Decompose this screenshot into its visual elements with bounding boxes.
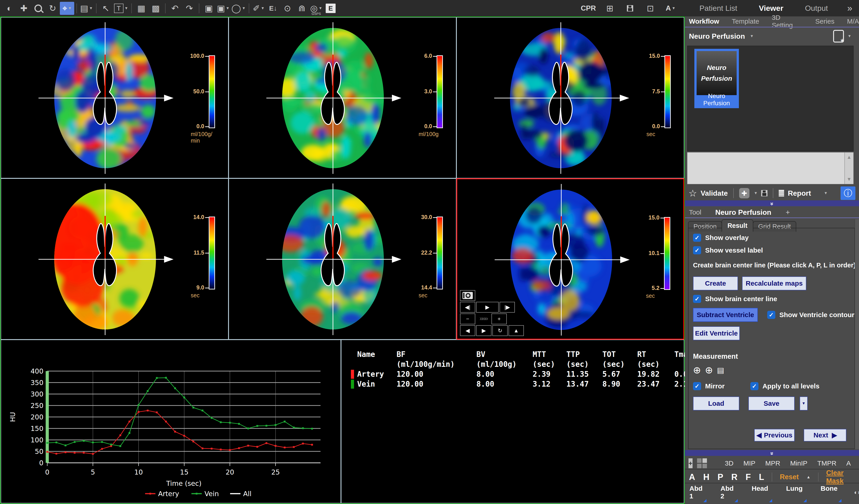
layout-grid-tool[interactable]: ▦ xyxy=(134,2,149,15)
save-layout-tool[interactable] xyxy=(623,2,637,15)
load-button[interactable]: Load xyxy=(693,397,739,410)
previous-button[interactable]: ◀| Previous xyxy=(754,429,795,442)
orientation-f[interactable]: F xyxy=(745,472,751,482)
step-back-button[interactable]: ◀| xyxy=(460,302,475,312)
next-button[interactable]: Next |▶ xyxy=(804,429,846,442)
perfusion-map-ttp[interactable]: 14.011.59.0sec xyxy=(1,178,228,340)
snapshot-button[interactable] xyxy=(460,290,475,301)
next-frame-button[interactable]: ▶ xyxy=(476,325,492,336)
clear-mask-button[interactable]: Clear Mask xyxy=(826,469,859,485)
roi-hex-plus-icon[interactable]: ⊕ xyxy=(693,365,701,376)
render-mode-mip[interactable]: MIP xyxy=(743,459,755,467)
render-mode-3d[interactable]: 3D xyxy=(725,459,734,467)
redo-tool[interactable]: ↷ xyxy=(182,2,197,15)
workflow-select[interactable]: Neuro Perfusion ▼ xyxy=(689,30,754,42)
add-icon[interactable]: ✚ xyxy=(739,188,750,198)
lung-tool[interactable]: ⋒ xyxy=(295,2,309,15)
tab-series[interactable]: Series xyxy=(815,17,834,25)
cpr-tool[interactable]: CPR xyxy=(580,2,597,15)
checkbox-show-overlay[interactable]: ✓ xyxy=(693,234,701,242)
nav-viewer[interactable]: Viewer xyxy=(759,4,783,13)
add-tool-tab-button[interactable]: + xyxy=(786,208,790,217)
preset-lung[interactable]: Lung xyxy=(786,485,806,500)
orientation-h[interactable]: H xyxy=(703,472,709,482)
description-scrollbar[interactable]: ▲ ▼ xyxy=(844,152,854,184)
info-button[interactable]: ⓘ xyxy=(841,186,855,200)
chevron-down-icon[interactable]: ▼ xyxy=(847,34,852,39)
perfusion-map-mtt[interactable]: 15.07.50.0sec xyxy=(456,17,684,178)
rotate-tool[interactable]: ↻ xyxy=(45,2,60,15)
perfusion-map-bf[interactable]: 100.050.00.0ml/100g/ min xyxy=(1,17,228,178)
orientation-l[interactable]: L xyxy=(759,472,764,482)
pointer-tool[interactable]: ↖ xyxy=(99,2,113,15)
perfusion-map-tot[interactable]: 30.022.214.4sec xyxy=(228,178,456,340)
contrast-tool[interactable]: ◐ xyxy=(2,2,17,15)
export-tool[interactable]: E xyxy=(323,2,338,15)
orientation-p[interactable]: P xyxy=(718,472,723,482)
orientation-r[interactable]: R xyxy=(731,472,737,482)
tool-tab-neuro-perfusion[interactable]: Neuro Perfusion xyxy=(715,208,771,217)
step-forward-button[interactable]: |▶ xyxy=(500,302,515,312)
orientation-a[interactable]: A xyxy=(689,472,695,482)
checkbox-mirror[interactable]: ✓ xyxy=(693,382,701,390)
chevron-down-icon[interactable]: ▼ xyxy=(754,191,758,196)
play-button[interactable]: ▶ xyxy=(476,302,499,312)
grid-view-icon[interactable] xyxy=(697,458,707,468)
sidebar-scrollbar[interactable] xyxy=(855,219,859,449)
loop-button[interactable]: ↻ xyxy=(492,325,508,336)
tab-template[interactable]: Template xyxy=(732,17,759,25)
roi-circle-plus-icon[interactable]: ⊕ xyxy=(705,365,713,376)
image-roi-tool[interactable]: ▣▼ xyxy=(216,2,230,15)
preview-tool[interactable]: ⊡ xyxy=(643,2,658,15)
text-tool[interactable]: T▼ xyxy=(113,2,129,15)
recalculate-maps-button[interactable]: Recalculate maps xyxy=(742,276,807,290)
checkbox-show-brain-center-line[interactable]: ✓ xyxy=(693,295,701,303)
perfusion-map-bv[interactable]: 6.03.00.0ml/100g xyxy=(228,17,456,178)
scroll-down-icon[interactable]: ▼ xyxy=(845,176,854,182)
edit-ventricle-button[interactable]: Edit Ventricle xyxy=(693,326,740,340)
undo-tool[interactable]: ↶ xyxy=(168,2,182,15)
reset-button[interactable]: Reset xyxy=(780,473,799,481)
preset-head[interactable]: Head xyxy=(752,485,771,500)
invert-icon[interactable]: ◐◑ xyxy=(854,489,859,496)
save-icon[interactable] xyxy=(761,190,767,196)
caret-up-icon[interactable]: ▲ xyxy=(807,475,810,479)
gsps-tool[interactable]: ◎GSPS▼ xyxy=(309,2,323,15)
vessel-extract-tool[interactable]: E↓ xyxy=(266,2,280,15)
collapse-bar-bottom[interactable]: » xyxy=(685,450,859,456)
chevron-down-icon[interactable]: ▼ xyxy=(824,191,828,196)
checkbox-apply-all-levels[interactable]: ✓ xyxy=(750,382,758,390)
validate-button[interactable]: Validate xyxy=(700,189,728,197)
bookmark-star-icon[interactable] xyxy=(833,30,844,43)
tab-result[interactable]: Result xyxy=(722,219,753,232)
workflow-thumbnail-neuro-perfusion[interactable]: Neuro Perfusion Neuro Perfusion xyxy=(694,49,739,108)
report-button[interactable]: Report xyxy=(788,189,811,197)
collapse-bar-top[interactable]: » xyxy=(685,200,859,206)
ruler-icon[interactable]: ▤ xyxy=(717,366,724,375)
prev-frame-button[interactable]: ◀ xyxy=(460,325,475,336)
render-mode-tmpr[interactable]: TMPR xyxy=(817,459,837,467)
render-mode-a[interactable]: A xyxy=(846,459,851,467)
save-button[interactable]: Save xyxy=(748,397,795,410)
create-button[interactable]: Create xyxy=(693,276,738,290)
star-icon[interactable]: ☆ xyxy=(689,188,697,199)
nav-patient-list[interactable]: Patient List xyxy=(699,4,737,13)
tab-m-a[interactable]: M/A xyxy=(847,17,859,25)
tab-workflow[interactable]: Workflow xyxy=(689,17,719,25)
ellipse-roi-tool[interactable]: ◯▼ xyxy=(230,2,246,15)
layout-grid2-tool[interactable]: ▩ xyxy=(149,2,163,15)
save-options-button[interactable]: ▼ xyxy=(800,397,808,410)
render-mode-mpr[interactable]: MPR xyxy=(765,459,780,467)
scout-tool[interactable]: ⌖▼ xyxy=(60,2,74,15)
speed-down-button[interactable]: − xyxy=(460,314,475,324)
nav-output[interactable]: Output xyxy=(805,4,828,13)
render-mode-minip[interactable]: MinIP xyxy=(790,459,808,467)
annotation-style-tool[interactable]: A▼ xyxy=(663,2,678,15)
image-overlay-tool[interactable]: ▣ xyxy=(201,2,216,15)
nav-more-icon[interactable]: » xyxy=(847,3,852,13)
perfusion-map-rt[interactable]: 15.010.15.2sec◀|▶|▶−»»»+◀▶↻▲ xyxy=(456,178,684,340)
checkbox-show-vessel-label[interactable]: ✓ xyxy=(693,246,701,254)
zoom-tool[interactable] xyxy=(31,2,45,15)
pan-tool[interactable]: ✚ xyxy=(17,2,31,15)
collapse-cine-button[interactable]: ▲ xyxy=(509,325,524,336)
